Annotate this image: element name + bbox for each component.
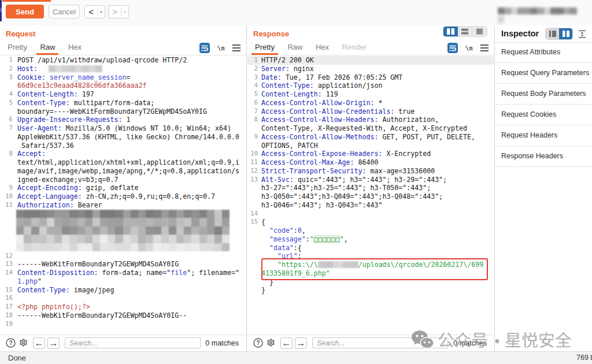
inspector-dock-left-button[interactable] bbox=[546, 28, 559, 39]
response-match-count: 0 matches bbox=[453, 335, 487, 351]
code-line: 13Alt-Svc: quic=":443"; h3=":443"; h3-29… bbox=[247, 176, 494, 184]
svg-text:?: ? bbox=[9, 340, 12, 346]
tab-response-render[interactable]: Render bbox=[338, 40, 370, 54]
status-text: Done bbox=[8, 352, 26, 364]
tab-request-raw[interactable]: Raw bbox=[36, 40, 58, 54]
code-line: mage/avif,image/webp,image/apng,*/*;q=0.… bbox=[0, 167, 246, 176]
soft-wrap-icon[interactable] bbox=[447, 43, 458, 53]
line-number: 6 bbox=[0, 116, 13, 124]
code-line: Content-Type, X-Requested-With, Accept, … bbox=[247, 124, 494, 133]
inspector-dock-right-button[interactable] bbox=[559, 28, 572, 39]
line-number: 6 bbox=[247, 99, 258, 107]
line-number: 18 bbox=[0, 311, 13, 320]
request-panel: Request Pretty Raw Hex \n 1POST /api/v1/… bbox=[0, 25, 247, 351]
settings-gear-icon[interactable] bbox=[266, 338, 276, 348]
find-next-button[interactable]: → bbox=[47, 337, 60, 349]
active-tab-edge bbox=[2, 0, 51, 2]
help-icon[interactable]: ? bbox=[253, 338, 263, 348]
code-line: 15{ bbox=[247, 218, 494, 226]
newline-toggle-icon[interactable]: \n bbox=[217, 44, 225, 52]
line-number: 10 bbox=[247, 150, 258, 158]
line-number: 15 bbox=[0, 286, 13, 295]
code-line: 17<?php phpinfo();?> bbox=[0, 303, 246, 311]
code-line: 1.php" bbox=[0, 277, 246, 286]
soft-wrap-icon[interactable] bbox=[199, 43, 210, 53]
code-line: 3Date: Tue, 17 Feb 2026 07:05:25 GMT bbox=[247, 73, 494, 82]
find-previous-button[interactable]: ← bbox=[33, 337, 45, 349]
code-line: 10Access-Control-Expose-Headers: X-Encry… bbox=[247, 150, 494, 158]
line-number: 13 bbox=[247, 176, 258, 184]
line-number: 8 bbox=[247, 116, 258, 124]
annotation-box bbox=[261, 258, 488, 280]
help-icon[interactable]: ? bbox=[6, 338, 16, 348]
code-line: 12 bbox=[0, 252, 246, 261]
inspector-header: Inspector bbox=[495, 25, 592, 43]
code-line: 19 bbox=[0, 320, 246, 329]
code-line: text/html,application/xhtml+xml,applicat… bbox=[0, 158, 246, 167]
tab-response-raw[interactable]: Raw bbox=[284, 40, 306, 54]
inspector-section-request-headers[interactable]: Request Headers bbox=[495, 125, 592, 146]
tab-response-pretty[interactable]: Pretty bbox=[251, 40, 278, 54]
tab-response-hex[interactable]: Hex bbox=[312, 40, 332, 54]
inspector-section-request-body-parameters[interactable]: Request Body Parameters bbox=[495, 84, 592, 105]
layout-single-button[interactable] bbox=[472, 27, 487, 36]
line-number: 1 bbox=[247, 56, 258, 65]
code-line: 6Upgrade-Insecure-Requests: 1 bbox=[0, 116, 246, 124]
inspector-section-request-query-parameters[interactable]: Request Query Parameters bbox=[495, 63, 592, 84]
inspector-panel: Inspector Request AttributesRequest Quer… bbox=[495, 25, 592, 351]
response-editor[interactable]: 1HTTP/2 200 OK2Server: nginx3Date: Tue, … bbox=[247, 56, 494, 335]
line-number: 4 bbox=[0, 90, 13, 99]
forward-button[interactable]: > ▾ bbox=[108, 5, 129, 18]
inspector-section-request-attributes[interactable]: Request Attributes bbox=[495, 42, 592, 63]
code-line: 18------WebKitFormBoundaryT2GEWpMD4SoAY0… bbox=[0, 311, 246, 320]
unrenderable-glyphs: □□□□□□ bbox=[314, 235, 340, 243]
line-number: 14 bbox=[0, 269, 13, 277]
request-editor[interactable]: 1POST /api/v1/withdraw/upload-qrcode HTT… bbox=[0, 56, 246, 335]
code-line: "message":"□□□□□□", bbox=[247, 235, 494, 244]
code-line: 3Cookie: server_name_session= bbox=[0, 73, 246, 82]
find-next-button[interactable]: → bbox=[295, 337, 307, 349]
editor-menu-icon[interactable] bbox=[480, 44, 489, 51]
burp-repeater-window: Send Cancel < ▾ > ▾ Request Pretty Raw H… bbox=[0, 0, 592, 364]
redacted-text bbox=[49, 65, 102, 72]
code-line: AppleWebKit/537.36 (KHTML, like Gecko) C… bbox=[0, 133, 246, 142]
tab-request-pretty[interactable]: Pretty bbox=[4, 40, 31, 54]
line-number: 12 bbox=[247, 167, 258, 176]
code-line: "data":{ bbox=[247, 244, 494, 252]
forward-dropdown-icon[interactable]: ▾ bbox=[121, 10, 128, 14]
line-number: 7 bbox=[247, 107, 258, 116]
line-number: 13 bbox=[0, 260, 13, 269]
line-number: 7 bbox=[0, 124, 13, 133]
back-icon: < bbox=[85, 8, 97, 17]
back-dropdown-icon[interactable]: ▾ bbox=[98, 10, 105, 14]
code-line: } bbox=[247, 286, 494, 295]
back-button[interactable]: < ▾ bbox=[84, 5, 105, 18]
newline-toggle-icon[interactable]: \n bbox=[465, 44, 473, 52]
code-line: 14 bbox=[247, 210, 494, 218]
app-nav-edge bbox=[0, 0, 2, 21]
inspector-section-request-cookies[interactable]: Request Cookies bbox=[495, 105, 592, 125]
code-line: 7User-Agent: Mozilla/5.0 (Windows NT 10.… bbox=[0, 124, 246, 133]
line-number: 11 bbox=[0, 201, 13, 210]
request-search-input[interactable]: Search... bbox=[65, 337, 201, 348]
code-line: OPTIONS, PATCH bbox=[247, 142, 494, 150]
find-previous-button[interactable]: ← bbox=[280, 337, 293, 349]
send-button[interactable]: Send bbox=[6, 5, 44, 18]
response-search-input[interactable]: Search... bbox=[312, 337, 448, 348]
code-line: 14Content-Disposition: form-data; name="… bbox=[0, 269, 246, 277]
inspector-sections: Request AttributesRequest Query Paramete… bbox=[495, 42, 592, 167]
inspector-section-response-headers[interactable]: Response Headers bbox=[495, 146, 592, 167]
response-tabs: Pretty Raw Hex Render \n bbox=[247, 40, 494, 55]
line-number: 5 bbox=[0, 99, 13, 107]
line-number: 19 bbox=[0, 320, 13, 329]
line-number: 11 bbox=[247, 158, 258, 167]
cancel-button[interactable]: Cancel bbox=[49, 5, 80, 18]
collapse-all-icon[interactable] bbox=[578, 30, 586, 38]
tab-request-hex[interactable]: Hex bbox=[65, 40, 85, 54]
settings-gear-icon[interactable] bbox=[18, 338, 28, 348]
layout-columns-button[interactable] bbox=[443, 27, 458, 36]
editor-menu-icon[interactable] bbox=[232, 44, 240, 51]
line-number: 8 bbox=[0, 150, 13, 158]
layout-rows-button[interactable] bbox=[458, 27, 472, 36]
request-match-count: 0 matches bbox=[205, 335, 239, 351]
